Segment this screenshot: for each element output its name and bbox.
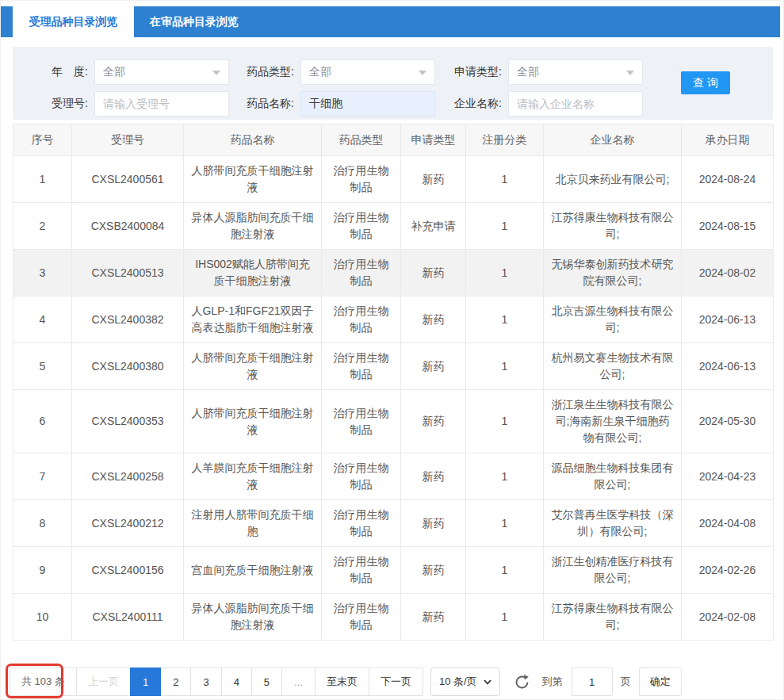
cell-accept-no: CXSL2400111 <box>72 594 184 641</box>
cell-drug-type: 治疗用生物制品 <box>322 500 401 547</box>
accept-no-label: 受理号: <box>25 97 94 111</box>
cell-drug-type: 治疗用生物制品 <box>322 343 401 390</box>
tab-accepted-catalog-label: 受理品种目录浏览 <box>29 15 118 29</box>
cell-date: 2024-08-24 <box>682 156 774 203</box>
chevron-down-icon <box>419 71 426 75</box>
tab-bar: 受理品种目录浏览 在审品种目录浏览 <box>1 6 780 37</box>
prev-page-button[interactable]: 上一页 <box>76 667 131 696</box>
apply-type-select[interactable]: 全部 <box>508 59 643 85</box>
cell-company: 江苏得康生物科技有限公司; <box>544 594 682 641</box>
cell-date: 2024-02-08 <box>682 594 774 641</box>
drug-catalog-page: 受理品种目录浏览 在审品种目录浏览 年 度: 全部 药品类型: 全部 申请类型:… <box>0 0 784 700</box>
cell-date: 2024-08-15 <box>682 203 774 250</box>
cell-company: 江苏得康生物科技有限公司; <box>544 203 682 250</box>
cell-accept-no: CXSL2400353 <box>72 390 184 453</box>
col-header-index: 序号 <box>13 124 72 156</box>
goto-page-input[interactable] <box>572 667 613 696</box>
tab-under-review-catalog[interactable]: 在审品种目录浏览 <box>134 6 254 37</box>
page-button-1[interactable]: 1 <box>130 667 161 696</box>
cell-drug-type: 治疗用生物制品 <box>322 453 401 500</box>
filter-drug-type: 药品类型: 全部 <box>231 59 435 85</box>
cell-reg-class: 1 <box>466 547 544 594</box>
cell-date: 2024-04-23 <box>682 453 774 500</box>
page-button-4[interactable]: 4 <box>221 667 252 696</box>
goto-page-unit: 页 <box>621 667 631 696</box>
table-row: 5CXSL2400380人脐带间充质干细胞注射液治疗用生物制品新药1杭州易文赛生… <box>13 343 774 390</box>
filter-company: 企业名称: <box>438 91 643 117</box>
confirm-button[interactable]: 确定 <box>639 667 682 696</box>
page-size-value: 10 条/页 <box>439 675 477 689</box>
cell-apply-type: 补充申请 <box>401 203 466 250</box>
company-input[interactable] <box>508 91 643 117</box>
cell-apply-type: 新药 <box>401 343 466 390</box>
cell-company: 北京贝来药业有限公司; <box>544 156 682 203</box>
next-page-button[interactable]: 下一页 <box>369 667 423 696</box>
cell-drug-name: 人GLP-1和FGF21双因子高表达脂肪干细胞注射液 <box>184 296 322 343</box>
table-row: 9CXSL2400156宫血间充质干细胞注射液治疗用生物制品新药1浙江生创精准医… <box>13 547 774 594</box>
cell-date: 2024-04-08 <box>682 500 774 547</box>
year-select[interactable]: 全部 <box>94 59 229 85</box>
cell-apply-type: 新药 <box>401 156 466 203</box>
results-table: 序号 受理号 药品名称 药品类型 申请类型 注册分类 企业名称 承办日期 1CX… <box>13 124 774 641</box>
cell-index: 5 <box>13 343 72 390</box>
page-button-5[interactable]: 5 <box>251 667 282 696</box>
cell-company: 杭州易文赛生物技术有限公司; <box>544 343 682 390</box>
year-label: 年 度: <box>25 65 94 79</box>
cell-reg-class: 1 <box>466 296 544 343</box>
cell-drug-type: 治疗用生物制品 <box>322 547 401 594</box>
cell-index: 7 <box>13 453 72 500</box>
table-row: 4CXSL2400382人GLP-1和FGF21双因子高表达脂肪干细胞注射液治疗… <box>13 296 774 343</box>
refresh-button[interactable] <box>514 667 530 696</box>
cell-reg-class: 1 <box>466 250 544 296</box>
cell-accept-no: CXSL2400380 <box>72 343 184 390</box>
page-button-2[interactable]: 2 <box>160 667 191 696</box>
cell-reg-class: 1 <box>466 156 544 203</box>
drug-name-label: 药品名称: <box>231 97 300 111</box>
pagination-bar: 共 103 条 上一页 1 2 3 4 5 ... 至末页 下一页 10 条/页… <box>10 667 682 696</box>
cell-index: 3 <box>13 250 72 296</box>
chevron-down-icon <box>212 71 220 75</box>
cell-company: 无锡华泰创新药技术研究院有限公司; <box>544 250 682 296</box>
total-count: 共 103 条 <box>10 667 77 696</box>
table-row: 10CXSL2400111异体人源脂肪间充质干细胞注射液治疗用生物制品新药1江苏… <box>13 594 774 641</box>
cell-index: 4 <box>13 296 72 343</box>
cell-reg-class: 1 <box>466 203 544 250</box>
cell-drug-type: 治疗用生物制品 <box>322 594 401 641</box>
cell-drug-type: 治疗用生物制品 <box>322 250 401 296</box>
cell-company: 源品细胞生物科技集团有限公司; <box>544 453 682 500</box>
apply-type-label: 申请类型: <box>438 65 508 79</box>
cell-reg-class: 1 <box>466 390 544 453</box>
cell-company: 浙江生创精准医疗科技有限公司; <box>544 547 682 594</box>
filter-drug-name: 药品名称: <box>231 91 435 117</box>
drug-type-select[interactable]: 全部 <box>300 59 435 85</box>
cell-reg-class: 1 <box>466 594 544 641</box>
table-row: 7CXSL2400258人羊膜间充质干细胞注射液治疗用生物制品新药1源品细胞生物… <box>13 453 774 500</box>
cell-date: 2024-08-02 <box>682 250 774 296</box>
cell-reg-class: 1 <box>466 343 544 390</box>
cell-company: 浙江泉生生物科技有限公司;海南新生泉干细胞药物有限公司; <box>544 390 682 453</box>
cell-index: 8 <box>13 500 72 547</box>
page-button-3[interactable]: 3 <box>190 667 221 696</box>
cell-drug-type: 治疗用生物制品 <box>322 203 401 250</box>
page-size-select[interactable]: 10 条/页 <box>430 667 500 696</box>
cell-date: 2024-06-13 <box>682 296 774 343</box>
accept-no-input[interactable] <box>94 91 229 117</box>
page-ellipsis: ... <box>281 667 316 696</box>
tab-accepted-catalog[interactable]: 受理品种目录浏览 <box>13 6 134 37</box>
cell-drug-name: 宫血间充质干细胞注射液 <box>184 547 322 594</box>
cell-accept-no: CXSB2400084 <box>72 203 184 250</box>
company-label: 企业名称: <box>438 97 508 111</box>
apply-type-select-value: 全部 <box>517 65 539 79</box>
cell-index: 2 <box>13 203 72 250</box>
cell-apply-type: 新药 <box>401 547 466 594</box>
cell-drug-name: IHS002赋能人脐带间充质干细胞注射液 <box>184 250 322 296</box>
search-button[interactable]: 查 询 <box>681 71 730 94</box>
filter-year: 年 度: 全部 <box>25 59 229 85</box>
goto-page-label: 到第 <box>542 667 563 696</box>
cell-reg-class: 1 <box>466 500 544 547</box>
last-page-button[interactable]: 至末页 <box>315 667 369 696</box>
cell-date: 2024-05-30 <box>682 390 774 453</box>
cell-drug-type: 治疗用生物制品 <box>322 156 401 203</box>
drug-name-input[interactable] <box>300 91 435 117</box>
table-row: 3CXSL2400513IHS002赋能人脐带间充质干细胞注射液治疗用生物制品新… <box>13 250 774 296</box>
